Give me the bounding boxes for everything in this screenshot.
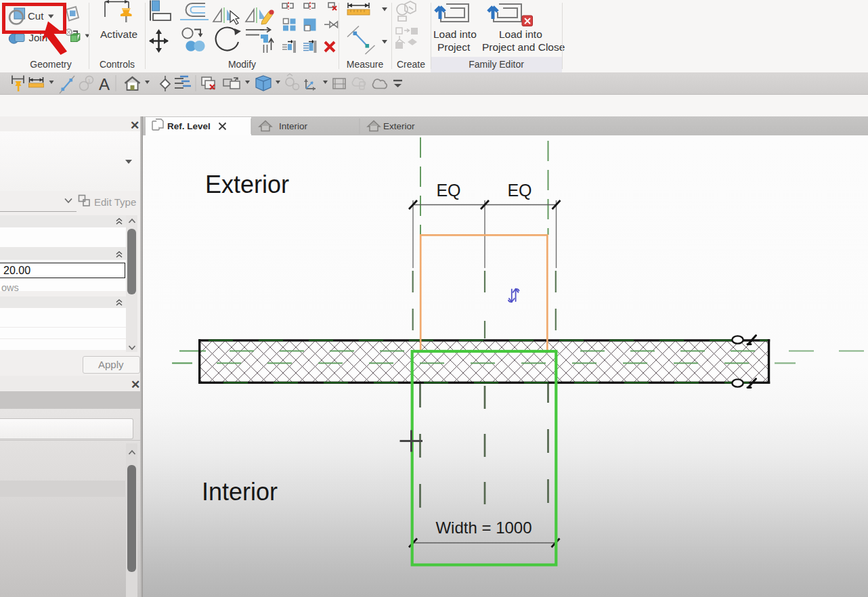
svg-text:Exterior: Exterior [205,171,289,198]
svg-text:Load into: Load into [433,28,477,40]
svg-text:Project: Project [437,41,471,53]
svg-text:Width = 1000: Width = 1000 [435,518,531,537]
svg-text:Activate: Activate [100,28,137,40]
svg-text:EQ: EQ [436,181,460,200]
svg-text:Cut: Cut [28,10,44,22]
svg-text:Project and Close: Project and Close [482,41,565,53]
svg-text:Load into: Load into [499,28,542,40]
svg-text:EQ: EQ [507,181,531,200]
svg-text:1: 1 [88,78,91,84]
svg-text:A: A [99,75,110,93]
svg-text:Interior: Interior [202,478,278,506]
